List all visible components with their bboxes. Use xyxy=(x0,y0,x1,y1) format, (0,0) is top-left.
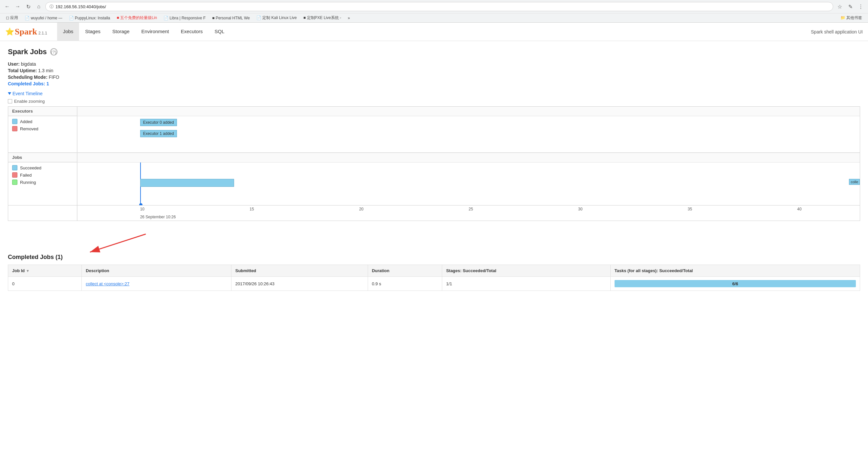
col-job-id-label: Job Id xyxy=(12,268,25,273)
nav-jobs[interactable]: Jobs xyxy=(57,23,80,41)
uptime-row: Total Uptime: 1.3 min xyxy=(8,68,860,73)
spark-version: 2.1.1 xyxy=(38,31,47,35)
address-bar[interactable]: ⓘ 192.168.56.150:4040/jobs/ xyxy=(45,2,833,11)
page-title: Spark Jobs xyxy=(8,47,47,56)
enable-zooming-checkbox-row[interactable]: Enable zooming xyxy=(8,99,860,104)
reload-button[interactable]: ↻ xyxy=(24,3,32,10)
completed-jobs-link[interactable]: Completed Jobs: 1 xyxy=(8,81,49,86)
completed-jobs-title: Completed Jobs (1) xyxy=(8,254,860,261)
page-content: Spark Jobs (?) User: bigdata Total Uptim… xyxy=(0,41,868,297)
nav-executors[interactable]: Executors xyxy=(175,23,209,41)
cell-description: collect at <console>:27 xyxy=(82,277,231,291)
browser-toolbar: ← → ↻ ⌂ ⓘ 192.168.56.150:4040/jobs/ ☆ ✎ … xyxy=(0,0,868,13)
job-running-icon xyxy=(12,180,18,185)
col-description[interactable]: Description xyxy=(82,265,231,277)
bookmark-html[interactable]: ■ Personal HTML We xyxy=(210,15,252,21)
executor-added-label: Added xyxy=(20,119,32,124)
bookmark-apps[interactable]: ◻ 应用 xyxy=(3,14,21,21)
bookmark-home[interactable]: 📄 wuyufei / home — xyxy=(22,15,65,21)
cell-submitted: 2017/09/26 10:26:43 xyxy=(231,277,368,291)
sort-indicator: ▼ xyxy=(26,269,30,273)
uptime-label: Total Uptime: xyxy=(8,68,37,73)
spark-nav: ⭐ Spark 2.1.1 Jobs Stages Storage Enviro… xyxy=(0,23,868,41)
bookmark-star-button[interactable]: ☆ xyxy=(836,3,844,10)
jobs-table: Job Id ▼ Description Submitted Duration … xyxy=(8,264,860,291)
tasks-progress-label: 6/6 xyxy=(732,281,738,286)
spark-logo-text: Spark xyxy=(15,27,37,37)
axis-chart-col: 10 15 20 25 30 35 40 26 September 10:26 xyxy=(77,205,860,221)
bookmark-pxe[interactable]: ■ 定制PXE Live系统 - xyxy=(301,14,344,21)
col-job-id[interactable]: Job Id ▼ xyxy=(8,265,82,277)
nav-stages[interactable]: Stages xyxy=(79,23,106,41)
axis-tick-35: 35 xyxy=(688,207,692,212)
nav-storage[interactable]: Storage xyxy=(106,23,135,41)
col-stages[interactable]: Stages: Succeeded/Total xyxy=(442,265,610,277)
executor-0-block[interactable]: Executor 0 added xyxy=(140,119,177,126)
cell-stages: 1/1 xyxy=(442,277,610,291)
browser-chrome: ← → ↻ ⌂ ⓘ 192.168.56.150:4040/jobs/ ☆ ✎ … xyxy=(0,0,868,23)
job-failed-legend: Failed xyxy=(12,172,73,178)
svg-line-1 xyxy=(90,234,146,252)
executors-row: Added Removed Executor 0 added Executor … xyxy=(8,116,860,153)
description-link[interactable]: collect at <console>:27 xyxy=(86,281,129,286)
user-row: User: bigdata xyxy=(8,61,860,67)
executor-removed-label: Removed xyxy=(20,126,38,131)
job-running-label: Running xyxy=(20,180,36,185)
executors-section-header: Executors xyxy=(8,107,77,116)
tasks-progress-bar: 6/6 xyxy=(615,280,856,287)
job-failed-icon xyxy=(12,172,18,178)
coll-hint: colle xyxy=(849,179,860,185)
bookmark-more[interactable]: » xyxy=(345,15,352,21)
job-bar[interactable] xyxy=(140,179,234,187)
cell-tasks: 6/6 xyxy=(610,277,860,291)
bookmark-chromium[interactable]: ■ 五个免费的轻量级Lin xyxy=(114,14,160,21)
axis-label-spacer xyxy=(8,205,77,221)
forward-button[interactable]: → xyxy=(14,3,22,10)
executor-added-icon xyxy=(12,119,18,124)
executor-removed-legend: Removed xyxy=(12,126,73,131)
col-submitted[interactable]: Submitted xyxy=(231,265,368,277)
bookmark-kali[interactable]: 📄 定制 Kali Linux Live xyxy=(254,14,300,21)
bookmark-puppy[interactable]: 📄 PuppyLinux: Installa xyxy=(66,15,113,21)
executor-added-legend: Added xyxy=(12,119,73,124)
axis-tick-20: 20 xyxy=(359,207,364,212)
triangle-down-icon xyxy=(8,92,11,95)
scheduling-row: Scheduling Mode: FIFO xyxy=(8,74,860,80)
scheduling-value: FIFO xyxy=(49,74,59,80)
spark-logo: ⭐ Spark 2.1.1 xyxy=(5,27,47,37)
executor-1-block[interactable]: Executor 1 added xyxy=(140,130,177,137)
user-value: bigdata xyxy=(21,61,36,67)
extensions-button[interactable]: ✎ xyxy=(846,3,854,10)
job-failed-label: Failed xyxy=(20,173,32,178)
nav-sql[interactable]: SQL xyxy=(209,23,230,41)
event-timeline-toggle[interactable]: Event Timeline xyxy=(8,91,860,96)
axis-tick-25: 25 xyxy=(469,207,473,212)
executors-legend: Added Removed xyxy=(8,116,77,152)
job-succeeded-icon xyxy=(12,165,18,170)
bookmark-libra[interactable]: 📄 Libra | Responsive F xyxy=(161,15,208,21)
spark-star-icon: ⭐ xyxy=(5,28,14,36)
back-button[interactable]: ← xyxy=(3,3,11,10)
nav-environment[interactable]: Environment xyxy=(135,23,175,41)
user-label: User: xyxy=(8,61,20,67)
scheduling-label: Scheduling Mode: xyxy=(8,74,48,80)
col-tasks[interactable]: Tasks (for all stages): Succeeded/Total xyxy=(610,265,860,277)
enable-zooming-checkbox[interactable] xyxy=(8,99,12,103)
bookmarks-bar: ◻ 应用 📄 wuyufei / home — 📄 PuppyLinux: In… xyxy=(0,13,868,22)
jobs-legend: Succeeded Failed Running xyxy=(8,162,77,205)
job-succeeded-legend: Succeeded xyxy=(12,165,73,170)
bookmark-other[interactable]: 📁 其他书签 xyxy=(838,14,865,21)
job-running-legend: Running xyxy=(12,180,73,185)
nav-links: Jobs Stages Storage Environment Executor… xyxy=(57,23,230,41)
executor-removed-icon xyxy=(12,126,18,131)
job-dot xyxy=(139,203,143,205)
axis-tick-30: 30 xyxy=(578,207,582,212)
app-name: Spark shell application UI xyxy=(811,29,863,34)
home-button[interactable]: ⌂ xyxy=(35,3,43,10)
menu-button[interactable]: ⋮ xyxy=(857,3,865,10)
cell-duration: 0.9 s xyxy=(368,277,442,291)
page-title-row: Spark Jobs (?) xyxy=(8,47,860,56)
job-succeeded-label: Succeeded xyxy=(20,165,41,170)
help-badge[interactable]: (?) xyxy=(50,48,57,56)
col-duration[interactable]: Duration xyxy=(368,265,442,277)
